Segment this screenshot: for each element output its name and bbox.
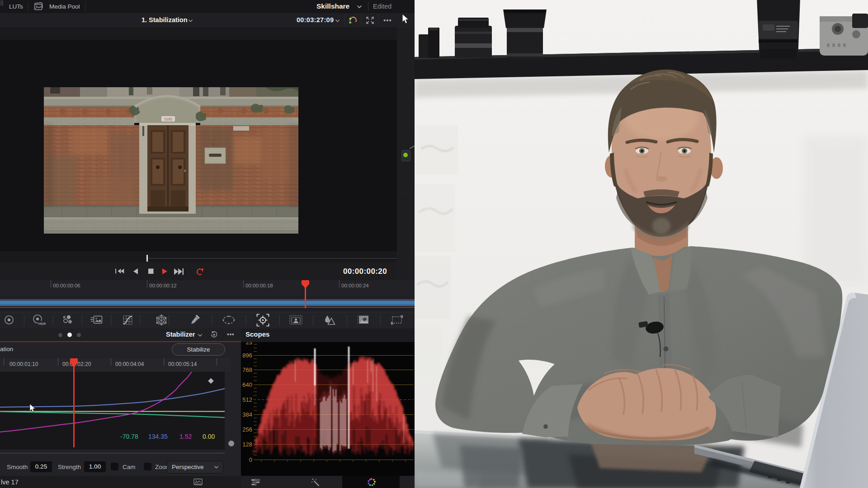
svg-text:640: 640 <box>242 381 252 388</box>
svg-text:896: 896 <box>242 352 252 359</box>
svg-text:384: 384 <box>242 411 252 418</box>
svg-text:256: 256 <box>242 426 252 433</box>
svg-text:23: 23 <box>246 342 252 346</box>
svg-text:0: 0 <box>249 456 252 463</box>
svg-text:HDR: HDR <box>38 322 46 326</box>
svg-text:768: 768 <box>242 366 252 373</box>
svg-text:512: 512 <box>242 396 252 403</box>
svg-text:128: 128 <box>242 441 252 448</box>
